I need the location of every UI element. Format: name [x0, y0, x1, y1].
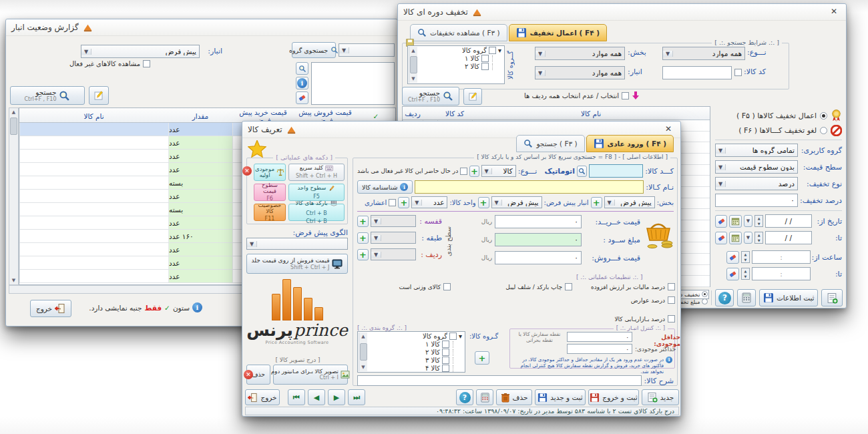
- chevron-down-icon[interactable]: ▼: [492, 200, 502, 206]
- product-barcodes-button[interactable]: بارکد های کالا Ctrl + BCtrl + B: [288, 204, 345, 221]
- date-clear-button[interactable]: [715, 215, 727, 228]
- chevron-down-icon[interactable]: ▼: [663, 51, 673, 57]
- tab-view-discounts[interactable]: مشاهده تخفیفات ( F۳ ): [410, 24, 507, 41]
- time-from-input[interactable]: :: [752, 250, 811, 264]
- marketing-checkbox-row[interactable]: درصد بـازاریـابی کالا: [595, 315, 675, 322]
- decimal-checkbox[interactable]: [389, 199, 396, 206]
- tree-checkbox[interactable]: [442, 365, 449, 372]
- tree-checkbox[interactable]: [489, 47, 496, 54]
- tree-checkbox[interactable]: [481, 55, 489, 62]
- new-list-button[interactable]: [821, 289, 843, 306]
- chevron-down-icon[interactable]: ▼: [371, 235, 381, 241]
- add-floor-button[interactable]: +: [357, 232, 369, 244]
- rowpos-combo[interactable]: ▼: [371, 248, 416, 260]
- chevron-down-icon[interactable]: ▼: [339, 47, 349, 53]
- amount-mode-radio[interactable]: [702, 298, 708, 304]
- pct-mode-radio[interactable]: [702, 291, 708, 297]
- barcode-print-checkbox[interactable]: [565, 283, 572, 290]
- toll-checkbox[interactable]: [668, 296, 675, 304]
- marketing-checkbox[interactable]: [668, 315, 675, 322]
- jacket-price-button[interactable]: قیمت فروش از روی قیمت جلد Shift + Ctrl +…: [246, 254, 348, 274]
- tab-apply-discount[interactable]: اعمال تخفیف ( F۴ ): [509, 24, 608, 41]
- chevron-down-icon[interactable]: ▼: [716, 164, 726, 170]
- weighted-checkbox-row[interactable]: کالای وزنی است: [384, 283, 451, 290]
- nav-prev-button[interactable]: ◀: [308, 389, 325, 405]
- time-to-input[interactable]: :: [752, 267, 811, 280]
- tab-normal-entry[interactable]: ورود عادی ( F۴ ): [586, 135, 674, 152]
- tab-search[interactable]: جستجو ( F۳ ): [516, 135, 584, 152]
- tree-child-item[interactable]: کالا ۳: [368, 356, 465, 364]
- discount-type-combo[interactable]: ▼درصد: [715, 177, 798, 190]
- scroll-down-icon[interactable]: ▼: [12, 276, 15, 284]
- select-all-row[interactable]: انتخاب / عدم انتخاب همه ردیف ها: [498, 91, 640, 100]
- min-stock-input[interactable]: ۰: [567, 332, 632, 342]
- note-button[interactable]: [463, 88, 482, 105]
- add-shelf-button[interactable]: +: [357, 216, 369, 227]
- weighted-checkbox[interactable]: [443, 283, 451, 290]
- unit-combo[interactable]: ▼عدد: [411, 196, 447, 208]
- scroll-thumb[interactable]: [360, 343, 367, 361]
- chevron-down-icon[interactable]: ▼: [716, 181, 726, 187]
- tree-scrollbar[interactable]: ▲▼: [359, 333, 367, 371]
- nav-first-button[interactable]: ⏮: [288, 389, 305, 405]
- scroll-up-icon[interactable]: ▲: [12, 108, 15, 116]
- tree-child-item[interactable]: کالا ۴: [368, 364, 465, 372]
- time-spinner[interactable]: ▲▼: [741, 251, 750, 263]
- discount-pct-input[interactable]: ۰: [715, 194, 798, 207]
- time-clear-button[interactable]: [726, 251, 739, 264]
- floor-combo[interactable]: ▼: [371, 232, 416, 244]
- description-input[interactable]: [357, 375, 642, 386]
- apply-discount-radio[interactable]: [820, 112, 827, 120]
- chevron-down-icon[interactable]: ▼: [716, 148, 726, 154]
- add-group-button[interactable]: +: [475, 351, 489, 365]
- close-icon[interactable]: ✕: [663, 124, 674, 135]
- chevron-down-icon[interactable]: ▼: [247, 241, 257, 247]
- inventory-vertical-scrollbar[interactable]: ▲ ▼: [9, 107, 19, 285]
- new-button[interactable]: جدید: [642, 389, 679, 405]
- tree-root-item[interactable]: ▾گروه کالا: [368, 332, 465, 340]
- scroll-down-icon[interactable]: ▼: [411, 75, 415, 83]
- tree-child-item[interactable]: کالا ۲: [368, 348, 465, 356]
- tree-root-item[interactable]: ▾گروه کالا: [418, 46, 504, 54]
- profit-input[interactable]: ۰: [495, 233, 582, 246]
- exit-button[interactable]: خروج: [245, 389, 280, 405]
- chevron-down-icon[interactable]: ▼: [535, 70, 546, 76]
- calendar-button[interactable]: [729, 232, 741, 244]
- chevron-down-icon[interactable]: ▼: [371, 218, 381, 224]
- tree-child-item[interactable]: کالا ۲: [418, 62, 504, 70]
- scroll-up-icon[interactable]: ▲: [411, 47, 415, 55]
- tree-child-item[interactable]: کالا ۱: [418, 54, 504, 62]
- discount-titlebar[interactable]: تخفیف دوره ای کالا: [398, 4, 846, 21]
- product-properties-button[interactable]: خصوصیت کالا F11: [254, 204, 286, 221]
- toll-checkbox-row[interactable]: درصد عوارض: [623, 296, 675, 304]
- scroll-down-icon[interactable]: ▼: [361, 363, 365, 371]
- group-search-button[interactable]: جستجوی گروه: [292, 42, 336, 58]
- buy-price-input[interactable]: ۰: [495, 215, 582, 228]
- scroll-thumb[interactable]: [10, 118, 17, 135]
- add-store-button[interactable]: +: [478, 197, 489, 208]
- user-group-combo[interactable]: ▼تمامی گروه ها: [715, 144, 798, 157]
- inventory-titlebar[interactable]: گزارش وضعیت انبار: [6, 19, 397, 36]
- scroll-thumb[interactable]: [410, 56, 417, 73]
- tree-checkbox[interactable]: [449, 333, 457, 340]
- date-spinner[interactable]: ▲▼: [754, 232, 763, 244]
- add-dept-button[interactable]: +: [591, 197, 602, 208]
- group-filter-combo[interactable]: ▼: [339, 43, 395, 57]
- chevron-down-icon[interactable]: ▼: [412, 200, 422, 206]
- vat-checkbox-row[interactable]: درصد مالیات بر ارزش افزوده: [575, 283, 675, 290]
- favorite-star-icon[interactable]: [248, 140, 266, 158]
- store-combo[interactable]: ▼همه موارد: [535, 66, 625, 79]
- collapse-icon[interactable]: ▾: [498, 47, 501, 54]
- shelf-combo[interactable]: ▼: [371, 215, 416, 227]
- price-level-combo[interactable]: ▼بدون سطوح قیمت: [715, 160, 798, 174]
- tree-checkbox[interactable]: [442, 341, 449, 348]
- item-code-checkbox[interactable]: [734, 69, 742, 76]
- product-name-input[interactable]: [415, 180, 644, 194]
- time-clear-button[interactable]: [726, 268, 739, 280]
- price-levels-button[interactable]: سطوح قیمت F6: [254, 184, 286, 201]
- date-from-input[interactable]: / /: [765, 214, 812, 228]
- calculator-button[interactable]: [737, 289, 756, 306]
- tree-checkbox[interactable]: [481, 63, 489, 70]
- chevron-down-icon[interactable]: ▼: [744, 215, 753, 227]
- vat-checkbox[interactable]: [668, 283, 675, 290]
